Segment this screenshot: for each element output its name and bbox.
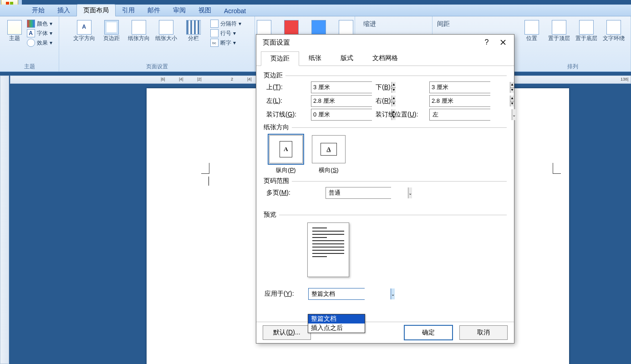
orientation-button[interactable]: 纸张方向 (126, 19, 152, 42)
send-back-button[interactable]: 置于底层 (573, 19, 600, 42)
apply-to-dropdown: 整篇文档 插入点之后 (308, 314, 365, 333)
input-bottom-margin[interactable]: ▲▼ (429, 81, 490, 93)
tab-acrobat[interactable]: Acrobat (218, 5, 252, 16)
input-left-margin[interactable]: ▲▼ (311, 95, 372, 107)
effects-icon (27, 39, 35, 47)
theme-colors-button[interactable]: 颜色▾ (25, 19, 54, 28)
orientation-landscape[interactable]: A 横向(S) (312, 135, 346, 174)
watermark-button[interactable] (251, 19, 277, 35)
page-borders-button[interactable] (305, 19, 332, 35)
section-orientation: 纸张方向 (264, 123, 289, 131)
section-margins: 页边距 (264, 71, 283, 80)
close-button[interactable] (495, 36, 511, 48)
text-direction-button[interactable]: A 文字方向 (71, 19, 97, 42)
group-header-spacing: 间距 (437, 20, 450, 28)
page-color-button[interactable] (278, 19, 305, 35)
page-icon (284, 20, 299, 35)
bring-front-icon (552, 20, 566, 35)
vertical-ruler[interactable] (0, 76, 9, 364)
ruler-mark: |6| (161, 77, 165, 81)
tab-page-layout[interactable]: 页面布局 (76, 4, 116, 16)
input-right-margin[interactable]: ▲▼ (429, 95, 490, 107)
label-multipage: 多页(M): (266, 189, 326, 197)
chevron-down-icon[interactable]: ⌄ (391, 288, 395, 299)
colors-icon (27, 20, 35, 28)
page-icon (339, 20, 353, 35)
dropdown-option[interactable]: 插入点之后 (308, 324, 365, 333)
label-top: 上(T): (266, 83, 311, 91)
size-button[interactable]: 纸张大小 (153, 19, 179, 42)
breaks-button[interactable]: 分隔符▾ (209, 19, 243, 28)
tab-view[interactable]: 视图 (192, 5, 218, 16)
label-left: 左(L): (266, 97, 311, 105)
section-preview: 预览 (264, 211, 276, 219)
margin-corner-icon (201, 163, 209, 174)
spinner-icon[interactable]: ▲▼ (510, 96, 514, 106)
help-button[interactable]: ? (478, 36, 495, 48)
dialog-tab-grid[interactable]: 文档网格 (363, 51, 407, 66)
ruler-mark: 138| (621, 77, 628, 81)
cancel-button[interactable]: 取消 (459, 325, 508, 340)
portrait-icon: A (280, 141, 292, 157)
page-icon (257, 20, 271, 35)
group-label-page-setup: 页面设置 (62, 62, 252, 71)
tab-references[interactable]: 引用 (116, 5, 141, 16)
breaks-icon (210, 20, 219, 28)
bring-front-button[interactable]: 置于顶层 (546, 19, 572, 42)
tab-review[interactable]: 审阅 (167, 5, 192, 16)
position-icon (524, 20, 539, 35)
default-button[interactable]: 默认(D)... (263, 325, 311, 340)
tab-insert[interactable]: 插入 (51, 5, 76, 16)
select-apply-to[interactable]: ⌄ (308, 288, 365, 300)
preview-thumbnail (307, 222, 349, 277)
text-wrap-button[interactable]: 文字环绕 (600, 19, 627, 42)
hyphenation-button[interactable]: bc 断字▾ (209, 38, 243, 47)
dialog-tab-paper[interactable]: 纸张 (299, 51, 331, 66)
tab-home[interactable]: 开始 (25, 5, 51, 16)
text-wrap-icon (606, 20, 621, 35)
position-button[interactable]: 位置 (519, 19, 545, 42)
text-caret (209, 177, 209, 186)
spinner-icon[interactable]: ▲▼ (510, 82, 514, 93)
themes-button[interactable]: 主题 (5, 19, 24, 42)
theme-effects-button[interactable]: 效果▾ (25, 38, 54, 47)
hyphenation-icon: bc (210, 39, 219, 47)
theme-fonts-button[interactable]: A 字体▾ (25, 29, 54, 38)
label-right: 右(R): (372, 97, 429, 105)
orientation-portrait[interactable]: A 纵向(P) (269, 135, 303, 174)
ruler-mark: |4| (247, 77, 252, 81)
label-gutter: 装订线(G): (266, 111, 311, 119)
page-setup-dialog: 页面设置 ? 页边距 纸张 版式 文档网格 页边距 上(T): ▲▼ 下(B):… (256, 34, 514, 344)
size-icon (159, 20, 173, 35)
fonts-icon: A (27, 29, 35, 37)
dialog-tab-margins[interactable]: 页边距 (261, 51, 299, 66)
dialog-title: 页面设置 (263, 38, 290, 47)
ruler-mark: |2| (197, 77, 202, 81)
ribbon-tabbar: 开始 插入 页面布局 引用 邮件 审阅 视图 Acrobat (0, 5, 631, 16)
orientation-icon (132, 20, 146, 35)
select-gutter-position[interactable]: ⌄ (429, 109, 490, 121)
close-icon (500, 39, 506, 46)
margins-button[interactable]: 页边距 (98, 19, 125, 42)
columns-button[interactable]: 分栏 (180, 19, 207, 42)
tab-mailings[interactable]: 邮件 (141, 5, 167, 16)
group-label-theme: 主题 (3, 62, 56, 71)
dropdown-option[interactable]: 整篇文档 (308, 314, 365, 324)
input-top-margin[interactable]: ▲▼ (311, 81, 372, 93)
label-apply-to: 应用于(Y): (265, 290, 308, 298)
select-multipage[interactable]: ⌄ (326, 187, 391, 199)
chevron-down-icon[interactable]: ⌄ (512, 109, 516, 120)
line-numbers-button[interactable]: 行号▾ (209, 29, 243, 38)
input-gutter[interactable]: ▲▼ (311, 109, 372, 121)
dialog-tab-layout[interactable]: 版式 (331, 51, 363, 66)
columns-icon (186, 20, 201, 35)
send-back-icon (579, 20, 594, 35)
group-label-arrange: 排列 (517, 62, 628, 71)
line-numbers-icon (210, 29, 219, 37)
chevron-down-icon[interactable]: ⌄ (408, 187, 412, 198)
margin-corner-icon (553, 163, 561, 174)
margins-icon (104, 20, 119, 35)
page-icon (311, 20, 326, 35)
ok-button[interactable]: 确定 (404, 325, 453, 340)
section-pages: 页码范围 (264, 177, 289, 185)
